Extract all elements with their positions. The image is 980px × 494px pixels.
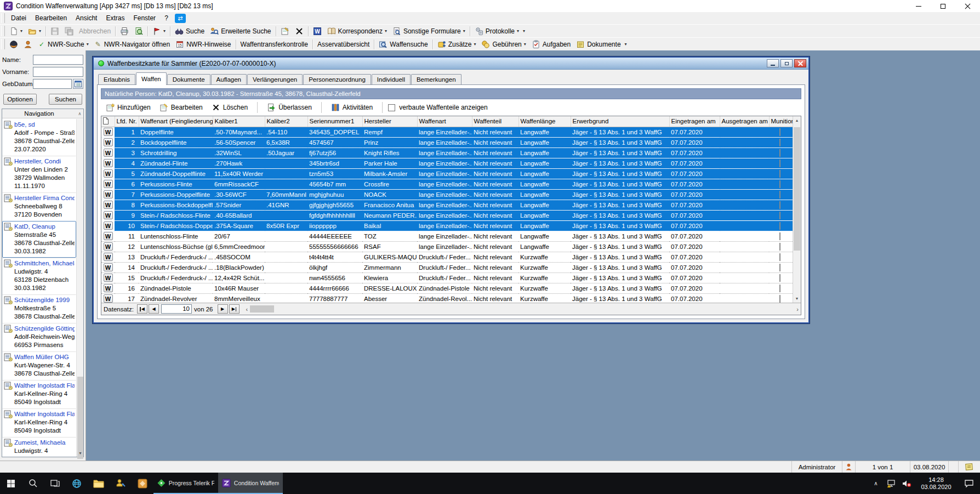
waffensuche-button[interactable]: Waffensuche (376, 38, 430, 50)
menu-fenster[interactable]: Fenster (129, 13, 160, 23)
row-w-button[interactable]: W (104, 149, 113, 157)
vorname-input[interactable] (33, 67, 83, 77)
weapon-table-row[interactable]: W 1 Doppelflinte .50-70Maynard... .54-11… (101, 127, 793, 137)
weapon-table-row[interactable]: W 5 Zündnadel-Doppelflinte 11,5x40R Werd… (101, 168, 793, 179)
nav-person-item[interactable]: Hersteller, Condi Unter den Linden 23872… (2, 156, 76, 192)
tab-auflagen[interactable]: Auflagen (211, 74, 247, 85)
munitionserwerb-checkbox[interactable] (779, 264, 780, 271)
column-eingetragen-am[interactable]: Eingetragen am (669, 116, 720, 127)
row-w-button[interactable]: W (104, 190, 113, 198)
row-w-button[interactable]: W (104, 128, 113, 136)
nwr-navigator-button[interactable]: ✎ NWR-Navigator öffnen (92, 38, 173, 50)
tab-dokumente[interactable]: Dokumente (167, 74, 210, 85)
internet-explorer-button[interactable] (66, 473, 88, 494)
dokumente-button[interactable]: Dokumente (573, 38, 623, 50)
munitionserwerb-checkbox[interactable] (779, 295, 780, 303)
hscrollbar-thumb[interactable] (250, 305, 274, 313)
tab-individuell[interactable]: Individuell (372, 74, 411, 85)
nav-person-item[interactable]: Zumeist, Michaela Ludwigstr. 463128 Diet… (2, 437, 76, 457)
weapon-table-row[interactable]: W 6 Perkussions-Flinte 6mmRissackCF 4565… (101, 179, 793, 189)
nwr-hinweise-button[interactable]: 15 NWR-Hinweise (173, 38, 233, 50)
abbrechen-button[interactable]: Abbrechen (76, 25, 113, 37)
taskbar-app-condition[interactable]: Condition Waffenv... (218, 473, 283, 494)
action-center-icon[interactable] (958, 473, 980, 494)
nav-scroll-up-icon[interactable]: ∧ (76, 111, 83, 116)
new-document-button[interactable]: ▾ (7, 25, 25, 37)
munitionserwerb-checkbox[interactable] (779, 243, 780, 251)
print-button[interactable] (117, 25, 132, 37)
row-w-button[interactable]: W (104, 294, 113, 303)
child-close-button[interactable] (794, 59, 806, 67)
datensatz-loeschen-button[interactable] (292, 25, 306, 37)
open-button[interactable]: ▾ (25, 25, 44, 37)
suche-button[interactable]: Suche (172, 25, 207, 37)
child-restore-button[interactable] (780, 59, 793, 67)
menu-extras[interactable]: Extras (101, 13, 129, 23)
weapon-table-row[interactable]: W 7 Perkussions-Doppelflinte .30-56WCF 7… (101, 189, 793, 200)
nav-person-item[interactable]: Walther Ingolstadt Flags. Karl-Kellner-R… (2, 380, 76, 408)
first-record-button[interactable]: ◀ (137, 304, 147, 314)
weapon-table-row[interactable]: W 8 Perkussions-Bockdoppelfli... .57Snid… (101, 200, 793, 210)
module-button[interactable] (7, 38, 21, 50)
tab-erlaubnis[interactable]: Erlaubnis (98, 74, 135, 85)
asservatuebersicht-button[interactable]: Asservatübersicht (315, 38, 372, 50)
word-button[interactable]: W (310, 25, 324, 37)
column-waffenlaenge[interactable]: Waffenlänge (519, 116, 571, 127)
row-w-button[interactable]: W (104, 138, 113, 146)
munitionserwerb-checkbox[interactable] (779, 201, 780, 209)
weapon-table-row[interactable]: W 3 Schrotdrilling .32WinSL .50Jaguar fj… (101, 147, 793, 158)
column-hersteller[interactable]: Hersteller (362, 116, 417, 127)
previous-record-button[interactable]: ◀ (149, 304, 159, 314)
sonstige-formulare-button[interactable]: Sonstige Formulare ▾ (390, 25, 468, 37)
row-w-button[interactable]: W (104, 211, 113, 219)
column-waffenteil[interactable]: Waffenteil (472, 116, 519, 127)
weapon-table-row[interactable]: W 15 Druckluft-/ Federdruck-/ ... 12,4x4… (101, 272, 793, 283)
nwr-suche-button[interactable]: ✓ NWR-Suche ▾ (35, 38, 92, 50)
row-w-button[interactable]: W (104, 274, 113, 282)
aufgaben-button[interactable]: Aufgaben (529, 38, 573, 50)
munitionserwerb-checkbox[interactable] (779, 180, 780, 188)
munitionserwerb-checkbox[interactable] (779, 212, 780, 219)
erweiterte-suche-button[interactable]: Erweiterte Suche (207, 25, 274, 37)
optionen-button[interactable]: Optionen (3, 94, 37, 105)
column-erwerbgrund[interactable]: Erwerbgrund (571, 116, 669, 127)
child-minimize-button[interactable] (767, 59, 779, 67)
system-tools-button[interactable] (110, 473, 132, 494)
tab-verlaengerungen[interactable]: Verlängerungen (247, 74, 303, 85)
package-app-button[interactable] (132, 473, 153, 494)
munitionserwerb-checkbox[interactable] (779, 253, 780, 261)
hinzufuegen-button[interactable]: Hinzufügen (102, 101, 155, 114)
bearbeiten-button[interactable]: Bearbeiten (156, 101, 207, 114)
column-lfd-nr[interactable]: Lfd. Nr. (115, 116, 139, 127)
column-ausgetragen-am[interactable]: Ausgetragen am (720, 116, 769, 127)
calendar-button[interactable] (73, 79, 83, 89)
minimize-button[interactable] (906, 0, 931, 12)
munitionserwerb-checkbox[interactable] (779, 232, 780, 240)
print-preview-button[interactable] (132, 25, 146, 37)
column-kaliber1[interactable]: Kaliber1 (213, 116, 265, 127)
row-w-button[interactable]: W (104, 263, 113, 271)
taskbar-app-fiddler[interactable]: Progress Telerik Fid... (153, 473, 218, 494)
column-waffenart-feingliederung[interactable]: Waffenart (Feingliederung) (139, 116, 213, 127)
column-munitionserwerb[interactable]: Munitionserwerb (769, 116, 793, 127)
weapon-table-row[interactable]: W 12 Luntenschloss-Büchse (gl... 6,5mmCr… (101, 241, 793, 252)
menu-hilfe[interactable]: ? (160, 13, 173, 23)
weapon-table-row[interactable]: W 16 Zündnadel-Pistole 10x46R Mauser 444… (101, 283, 793, 293)
row-w-button[interactable]: W (104, 253, 113, 261)
nav-person-item[interactable]: KatD, Cleanup Sternstraße 4538678 Claust… (2, 221, 76, 258)
munitionserwerb-checkbox[interactable] (779, 191, 780, 198)
verbaute-waffenteile-checkbox[interactable] (388, 104, 395, 111)
menu-ansicht[interactable]: Ansicht (71, 13, 101, 23)
munitionserwerb-checkbox[interactable] (779, 285, 780, 292)
nav-person-item[interactable]: Hersteller Firma Condition Schneeballweg… (2, 192, 76, 221)
weapon-table-row[interactable]: W 9 Stein-/ Radschloss-Flinte .40-65Ball… (101, 210, 793, 220)
munitionserwerb-checkbox[interactable] (779, 128, 780, 136)
row-w-button[interactable]: W (104, 232, 113, 240)
table-scroll-up-icon[interactable]: ▲ (793, 116, 801, 124)
weapon-table-row[interactable]: W 14 Druckluft-/ Federdruck-/ ... .18(Bl… (101, 262, 793, 272)
row-w-button[interactable]: W (104, 201, 113, 209)
column-seriennummer1[interactable]: Seriennummer1 (307, 116, 362, 127)
munitionserwerb-checkbox[interactable] (779, 170, 780, 178)
toolbar-overflow-icon[interactable]: ▾ (523, 29, 525, 33)
next-record-button[interactable]: ▶ (218, 304, 228, 314)
